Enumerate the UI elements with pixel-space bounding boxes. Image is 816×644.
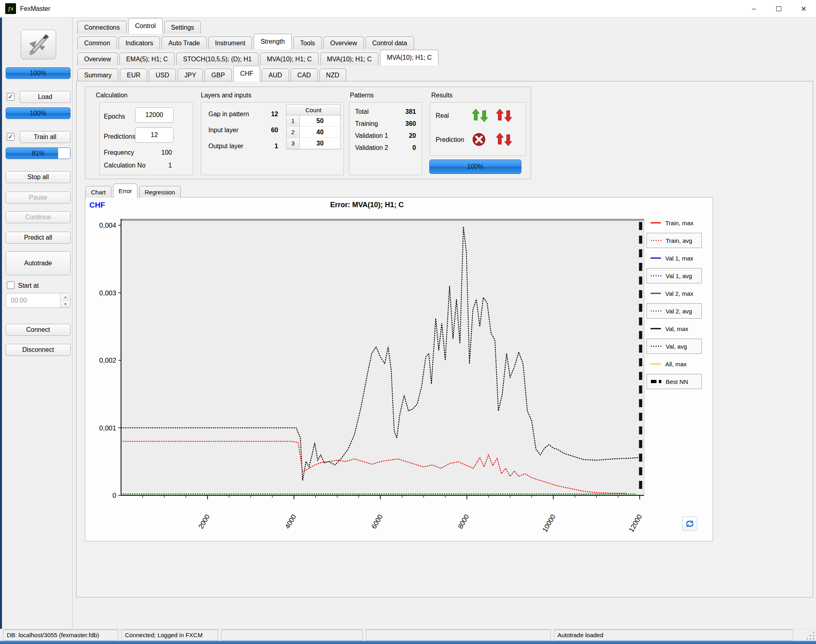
tab-ema-5-h1-c[interactable]: EMA(5); H1; C xyxy=(119,52,175,65)
tab-aud[interactable]: AUD xyxy=(262,69,289,81)
legend-item-train-avg[interactable]: Train, avg xyxy=(646,233,702,248)
status-field-db-localhost-3055-fe: DB: localhost/3055 (fexmaster.fdb) xyxy=(3,630,118,641)
refresh-button[interactable] xyxy=(682,517,697,531)
tab-mva-10-h1-c-5[interactable]: MVA(10); H1; C xyxy=(380,50,438,65)
tab-strength[interactable]: Strength xyxy=(254,34,291,49)
legend-item-best-nn[interactable]: Best NN xyxy=(646,374,702,389)
tab-mva-10-h1-c[interactable]: MVA(10); H1; C xyxy=(260,52,319,65)
patterns-value-validation-2: 0 xyxy=(394,144,416,151)
predict-all-button[interactable]: Predict all xyxy=(6,232,71,244)
tab-control-data[interactable]: Control data xyxy=(366,36,414,49)
tab-summary[interactable]: Summary xyxy=(77,69,118,81)
tab-mva-10-h1-c-4[interactable]: MVA(10); H1; C xyxy=(320,52,379,65)
tab-nzd[interactable]: NZD xyxy=(319,69,346,81)
close-button[interactable]: ✕ xyxy=(791,0,816,18)
count-value-cell[interactable]: 50 xyxy=(300,115,340,127)
epochs-input[interactable]: 12000 xyxy=(135,107,174,123)
error-plot: 00,0010,0020,0030,0042000400060008000100… xyxy=(93,215,662,541)
legend-label: Val 1, max xyxy=(665,255,693,262)
tab-control[interactable]: Control xyxy=(128,18,163,34)
resize-grip-icon[interactable] xyxy=(806,631,814,640)
tab-usd[interactable]: USD xyxy=(149,69,176,81)
input-layer-label: Input layer xyxy=(208,127,238,134)
autotrade-button[interactable]: Autotrade xyxy=(6,251,71,275)
fexmaster-window: ƒx FexMaster – ☐ ✕ 100% ✓ Load xyxy=(0,0,816,644)
patterns-value-training: 360 xyxy=(394,120,416,127)
tab-settings[interactable]: Settings xyxy=(164,21,201,34)
tab-chart[interactable]: Chart xyxy=(85,186,111,198)
train-all-checkbox[interactable]: ✓ xyxy=(7,133,14,141)
patterns-label-total: Total xyxy=(355,108,369,115)
patterns-group: Total381Training360Validation 120Validat… xyxy=(349,102,422,175)
overall-progress-bar: 100% xyxy=(6,67,71,79)
results-progress-bar: 100% xyxy=(429,159,521,174)
start-at-checkbox[interactable]: ✓ xyxy=(7,281,14,289)
svg-text:4000: 4000 xyxy=(284,513,298,530)
epochs-label: Epochs xyxy=(104,113,125,120)
load-checkbox[interactable]: ✓ xyxy=(7,93,14,101)
tab-connections[interactable]: Connections xyxy=(77,21,127,34)
refresh-icon xyxy=(685,519,695,528)
count-table-row: 150 xyxy=(287,115,340,127)
tab-eur[interactable]: EUR xyxy=(120,69,147,81)
minimize-button[interactable]: – xyxy=(741,0,766,18)
tab-jpy[interactable]: JPY xyxy=(178,69,203,81)
tab-chf[interactable]: CHF xyxy=(233,66,260,81)
disconnect-button[interactable]: Disconnect xyxy=(6,344,71,356)
count-row-number[interactable]: 2 xyxy=(287,127,300,138)
tab-stoch-10-5-5-d-h1[interactable]: STOCH(10,5,5); (D); H1 xyxy=(176,52,259,65)
count-value-cell[interactable]: 30 xyxy=(300,138,340,149)
spinner-down-icon[interactable]: ▼ xyxy=(61,301,70,307)
continue-button[interactable]: Continue xyxy=(6,211,71,223)
pause-button[interactable]: Pause xyxy=(6,192,71,204)
legend-item-all-max: All, max xyxy=(646,356,702,371)
spinner-up-icon[interactable]: ▲ xyxy=(61,293,70,301)
count-row-number[interactable]: 3 xyxy=(287,138,300,149)
output-layer-value: 1 xyxy=(257,143,278,150)
tab-overview[interactable]: Overview xyxy=(77,52,118,65)
tab-row-currency: SummaryEURUSDJPYGBPCHFAUDCADNZD xyxy=(77,65,348,81)
chart-title: Error: MVA(10); H1; C xyxy=(85,201,648,209)
frequency-value: 100 xyxy=(148,149,172,156)
tab-error[interactable]: Error xyxy=(113,184,137,198)
patterns-label-training: Training xyxy=(355,120,378,127)
load-progress-bar: 100% xyxy=(6,107,71,119)
count-value-cell[interactable]: 40 xyxy=(300,127,340,138)
tab-tools[interactable]: Tools xyxy=(293,36,322,49)
legend-item-val-2-avg[interactable]: Val 2, avg xyxy=(646,303,702,319)
patterns-label-validation-2: Validation 2 xyxy=(355,144,388,151)
count-table-header: Count xyxy=(287,105,340,115)
svg-text:0: 0 xyxy=(113,492,116,499)
connect-button[interactable]: Connect xyxy=(6,324,71,336)
legend-item-val-avg[interactable]: Val, avg xyxy=(646,339,702,354)
predictions-input[interactable]: 12 xyxy=(135,127,174,143)
legend-label: Val 1, avg xyxy=(666,273,692,279)
count-table-row: 330 xyxy=(287,138,340,149)
tab-instrument[interactable]: Instrument xyxy=(208,36,252,49)
stop-all-button[interactable]: Stop all xyxy=(6,171,71,183)
svg-text:10000: 10000 xyxy=(541,513,557,533)
load-button[interactable]: Load xyxy=(20,91,71,103)
train-all-button[interactable]: Train all xyxy=(20,131,71,143)
tab-regression[interactable]: Regression xyxy=(139,186,181,198)
tab-gbp[interactable]: GBP xyxy=(204,69,232,81)
tab-indicators[interactable]: Indicators xyxy=(119,36,160,49)
legend-item-val-1-avg[interactable]: Val 1, avg xyxy=(646,268,702,283)
dart-logo-button[interactable] xyxy=(21,30,56,59)
input-layer-value: 60 xyxy=(257,127,278,134)
time-spinner[interactable]: ▲ ▼ xyxy=(60,293,70,307)
legend-item-val-1-max: Val 1, max xyxy=(646,250,702,266)
calculation-group: Epochs 12000 Predictions 12 Frequency 10… xyxy=(99,102,193,175)
tab-cad[interactable]: CAD xyxy=(291,69,318,81)
svg-text:12000: 12000 xyxy=(628,513,644,533)
prediction-label: Prediction xyxy=(436,136,464,143)
tab-auto-trade[interactable]: Auto Trade xyxy=(162,36,206,49)
patterns-title: Patterns xyxy=(350,92,374,99)
count-row-number[interactable]: 1 xyxy=(287,115,300,127)
tab-common[interactable]: Common xyxy=(77,36,117,49)
status-field-autotrade-loaded: Autotrade loaded xyxy=(554,630,793,641)
maximize-button[interactable]: ☐ xyxy=(766,0,791,18)
tab-overview[interactable]: Overview xyxy=(323,36,364,49)
start-time-field[interactable]: 00:00 ▲ ▼ xyxy=(6,293,71,308)
start-at-label: Start at xyxy=(18,282,39,289)
